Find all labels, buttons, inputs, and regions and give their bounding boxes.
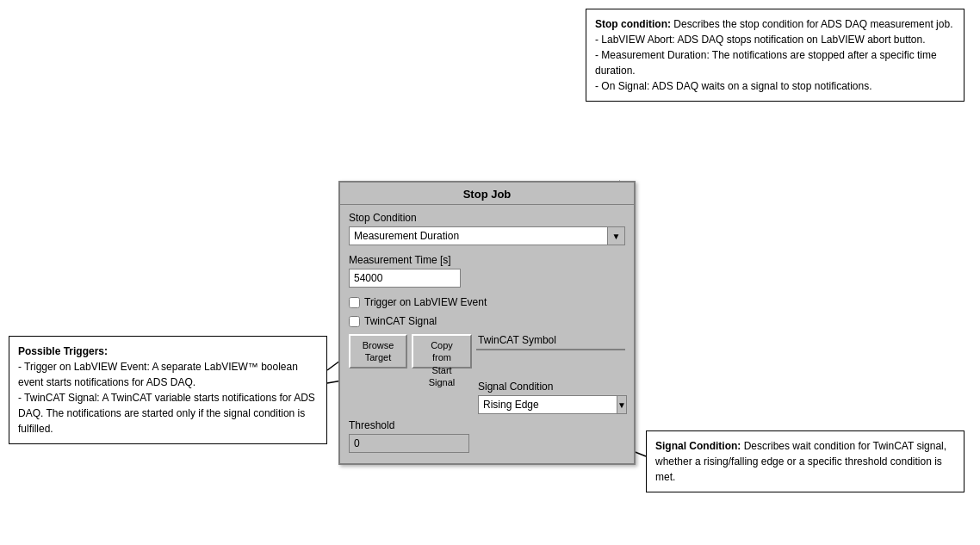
stop-condition-arrow[interactable]: ▼ (608, 226, 625, 245)
twincat-signal-row: TwinCAT Signal (349, 315, 625, 327)
annotation-text: Stop condition: Describes the stop condi… (595, 18, 952, 92)
measurement-time-input[interactable] (349, 269, 461, 288)
threshold-label: Threshold (349, 419, 625, 431)
annotation-text: Signal Condition: Describes wait conditi… (655, 440, 946, 483)
twincat-buttons: Browse Target (349, 334, 407, 375)
trigger-labview-row: Trigger on LabVIEW Event (349, 296, 625, 308)
threshold-input[interactable] (349, 434, 469, 453)
signal-condition-dropdown-wrapper: ▼ (478, 395, 620, 414)
twincat-section: Browse Target Copy fromStart Signal Twin… (349, 334, 625, 453)
browse-target-button[interactable]: Browse Target (349, 334, 407, 368)
annotation-body: - Trigger on LabVIEW Event: A separate L… (18, 361, 315, 435)
annotation-title: Stop condition: (595, 18, 671, 30)
signal-condition-field[interactable] (478, 395, 617, 414)
twincat-signal-label: TwinCAT Signal (364, 315, 437, 327)
symbol-col: TwinCAT Symbol (476, 334, 625, 350)
signal-condition-arrow[interactable]: ▼ (617, 395, 627, 414)
dialog-title: Stop Job (340, 183, 634, 205)
possible-triggers-annotation: Possible Triggers:- Trigger on LabVIEW E… (9, 336, 327, 444)
measurement-time-label: Measurement Time [s] (349, 254, 625, 266)
stop-condition-label: Stop Condition (349, 212, 625, 224)
stop-condition-dropdown-container: ▼ (349, 226, 625, 245)
stop-job-dialog: Stop Job Stop Condition ▼ Measurement Ti… (338, 181, 636, 465)
annotation-title: Possible Triggers: (18, 345, 108, 357)
annotation-title: Signal Condition: (655, 440, 741, 452)
dialog-body: Stop Condition ▼ Measurement Time [s] Tr… (340, 205, 634, 463)
twincat-signal-checkbox[interactable] (349, 316, 360, 327)
signal-condition-section: Signal Condition ▼ (476, 381, 625, 414)
trigger-labview-label: Trigger on LabVIEW Event (364, 296, 487, 308)
trigger-labview-checkbox[interactable] (349, 297, 360, 308)
stop-condition-field[interactable] (349, 226, 608, 245)
annotation-text: Possible Triggers:- Trigger on LabVIEW E… (18, 345, 315, 435)
signal-condition-annotation: Signal Condition: Describes wait conditi… (646, 430, 964, 492)
threshold-section: Threshold (349, 419, 625, 453)
signal-condition-label: Signal Condition (478, 381, 625, 393)
stop-condition-annotation: Stop condition: Describes the stop condi… (586, 9, 964, 102)
twincat-symbol-field[interactable] (476, 349, 625, 350)
twincat-symbol-label: TwinCAT Symbol (478, 334, 625, 346)
copy-button-col: Copy fromStart Signal (412, 334, 472, 368)
copy-from-start-button[interactable]: Copy fromStart Signal (412, 334, 472, 368)
